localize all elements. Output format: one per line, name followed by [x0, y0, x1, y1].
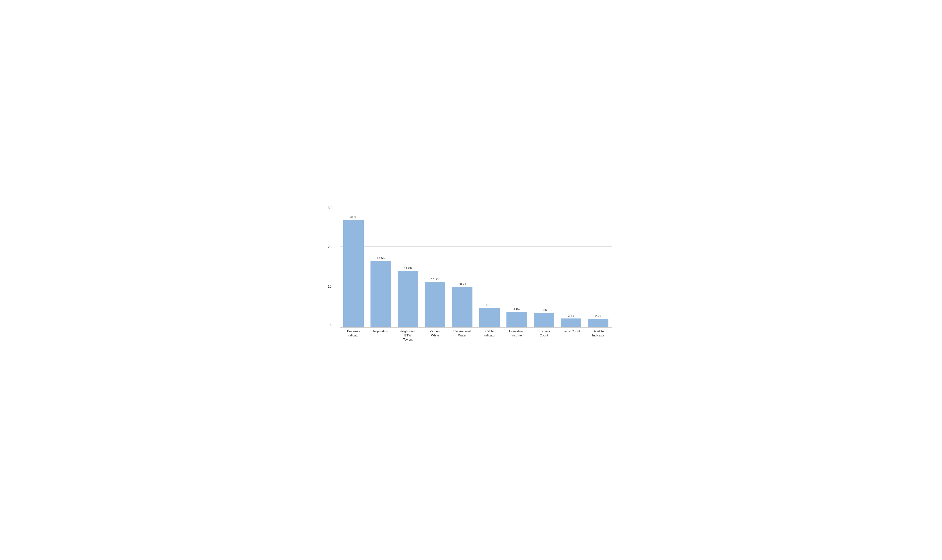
- bar-6: [506, 312, 527, 327]
- x-label-2: NeighboringBTWTowers: [394, 329, 422, 342]
- bar-3: [425, 282, 445, 327]
- x-label-3: PercentWhite: [422, 329, 449, 338]
- chart-container: 30 20 10 0 28.3317.5614.8611.9110.715.16…: [325, 199, 617, 361]
- bar-value-1: 17.56: [377, 256, 385, 260]
- bar-group-1: 17.56: [367, 256, 394, 327]
- chart-area: 30 20 10 0 28.3317.5614.8611.9110.715.16…: [340, 206, 612, 328]
- bar-group-5: 5.16: [476, 303, 503, 327]
- bar-group-4: 10.71: [449, 282, 476, 327]
- x-label-0: BusinessIndicator: [340, 329, 367, 338]
- y-label-20: 20: [328, 245, 332, 249]
- bar-7: [534, 313, 554, 327]
- bars-container: 28.3317.5614.8611.9110.715.164.043.852.3…: [340, 206, 612, 328]
- bar-4: [452, 287, 473, 327]
- bar-value-6: 4.04: [514, 307, 520, 311]
- bar-value-3: 11.91: [431, 277, 439, 281]
- bar-value-0: 28.33: [349, 215, 358, 219]
- x-label-4: RecreationalWater: [449, 329, 476, 338]
- x-label-6: HouseholdIncome: [503, 329, 530, 338]
- y-label-30: 30: [328, 206, 332, 209]
- bar-group-2: 14.86: [394, 266, 422, 327]
- bar-group-8: 2.31: [557, 314, 585, 327]
- bar-group-6: 4.04: [503, 307, 530, 327]
- bar-group-0: 28.33: [340, 215, 367, 327]
- bar-value-2: 14.86: [404, 266, 412, 270]
- bar-value-7: 3.85: [541, 308, 547, 312]
- bar-group-9: 2.27: [585, 314, 612, 327]
- bar-9: [588, 319, 608, 327]
- bar-value-4: 10.71: [459, 282, 466, 286]
- x-label-1: Population: [367, 329, 394, 334]
- y-label-0: 0: [330, 324, 332, 328]
- x-label-5: CableIndicator: [476, 329, 503, 338]
- bar-value-8: 2.31: [568, 314, 574, 317]
- bar-0: [343, 220, 364, 327]
- y-label-10: 10: [328, 285, 332, 288]
- bar-8: [561, 318, 581, 327]
- bar-5: [479, 308, 500, 327]
- bar-value-5: 5.16: [486, 303, 493, 307]
- bar-value-9: 2.27: [595, 314, 601, 318]
- x-label-8: Traffic Count: [557, 329, 585, 334]
- x-label-9: SatelliteIndicator: [585, 329, 612, 338]
- x-labels-container: BusinessIndicatorPopulationNeighboringBT…: [340, 329, 612, 342]
- y-axis: 30 20 10 0: [328, 206, 332, 328]
- x-label-7: BusinessCount: [530, 329, 557, 338]
- bar-2: [398, 271, 418, 327]
- bar-group-3: 11.91: [422, 277, 449, 327]
- bar-group-7: 3.85: [530, 308, 557, 327]
- bar-1: [371, 261, 391, 327]
